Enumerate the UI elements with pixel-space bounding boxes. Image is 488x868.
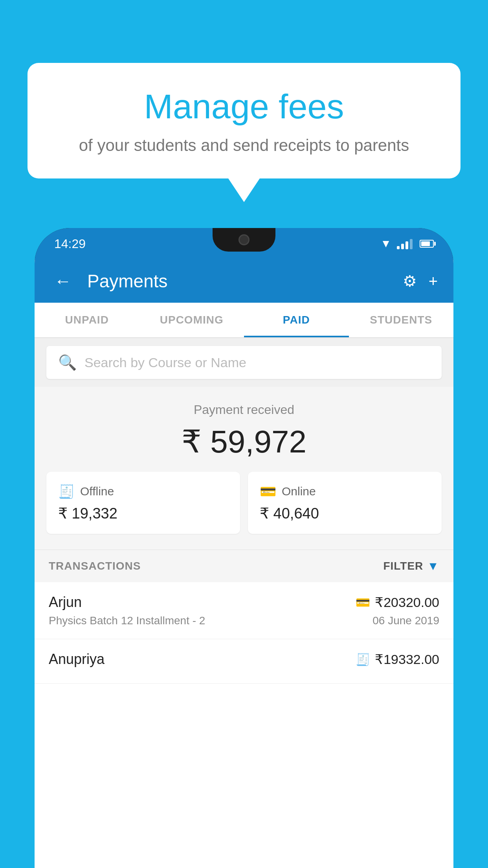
phone-frame: 14:29 ▼ ← Payments ⚙ + [35, 228, 453, 868]
online-payment-card: 💳 Online ₹ 40,640 [248, 472, 442, 534]
tabs-bar: UNPAID UPCOMING PAID STUDENTS [35, 303, 453, 338]
transaction-amount-area: 💳 ₹20320.00 [356, 594, 439, 610]
phone-screen: ← Payments ⚙ + UNPAID UPCOMING PAID STUD… [35, 259, 453, 868]
transaction-amount: ₹20320.00 [375, 594, 439, 610]
speech-bubble: Manage fees of your students and send re… [28, 63, 460, 178]
online-amount: ₹ 40,640 [260, 505, 430, 522]
transaction-top-row-2: Anupriya 🧾 ₹19332.00 [49, 651, 439, 668]
offline-payment-icon: 🧾 [356, 653, 370, 666]
settings-icon[interactable]: ⚙ [403, 272, 417, 290]
payment-total-amount: ₹ 59,972 [46, 423, 442, 460]
manage-fees-title: Manage fees [55, 86, 433, 127]
wifi-icon: ▼ [380, 237, 391, 250]
signal-bar-2 [401, 244, 404, 249]
tab-students[interactable]: STUDENTS [349, 303, 454, 337]
tab-paid[interactable]: PAID [244, 303, 349, 337]
online-card-header: 💳 Online [260, 484, 430, 499]
table-row[interactable]: Arjun 💳 ₹20320.00 Physics Batch 12 Insta… [35, 582, 453, 639]
transaction-name: Arjun [49, 594, 82, 611]
signal-bar-1 [397, 246, 400, 249]
filter-label: FILTER [383, 560, 423, 572]
battery-fill [421, 241, 430, 246]
payment-cards: 🧾 Offline ₹ 19,332 💳 Online ₹ 40,640 [46, 472, 442, 534]
add-icon[interactable]: + [429, 272, 438, 290]
online-label: Online [282, 485, 316, 498]
phone-notch [213, 228, 275, 252]
offline-card-header: 🧾 Offline [58, 484, 228, 499]
search-placeholder: Search by Course or Name [84, 355, 246, 370]
transaction-amount-2: ₹19332.00 [375, 651, 439, 667]
table-row[interactable]: Anupriya 🧾 ₹19332.00 [35, 639, 453, 684]
status-time: 14:29 [54, 237, 86, 251]
online-icon: 💳 [260, 484, 276, 499]
speech-bubble-arrow [228, 178, 260, 202]
tab-upcoming[interactable]: UPCOMING [139, 303, 244, 337]
speech-bubble-container: Manage fees of your students and send re… [28, 63, 460, 202]
transaction-amount-area-2: 🧾 ₹19332.00 [356, 651, 439, 667]
tab-unpaid[interactable]: UNPAID [35, 303, 139, 337]
toolbar-title: Payments [87, 270, 391, 292]
back-button[interactable]: ← [50, 267, 75, 295]
signal-bar-3 [405, 241, 408, 249]
online-payment-icon: 💳 [356, 596, 370, 609]
filter-button[interactable]: FILTER ▼ [383, 559, 439, 573]
offline-label: Offline [80, 485, 114, 498]
offline-payment-card: 🧾 Offline ₹ 19,332 [46, 472, 240, 534]
transaction-name-2: Anupriya [49, 651, 105, 668]
search-icon: 🔍 [58, 354, 77, 371]
offline-icon: 🧾 [58, 484, 75, 499]
transaction-top-row: Arjun 💳 ₹20320.00 [49, 594, 439, 611]
transactions-header: TRANSACTIONS FILTER ▼ [35, 550, 453, 582]
signal-bars-icon [397, 238, 413, 249]
offline-amount: ₹ 19,332 [58, 505, 228, 522]
search-container: 🔍 Search by Course or Name [35, 338, 453, 387]
status-icons: ▼ [380, 237, 434, 250]
search-bar[interactable]: 🔍 Search by Course or Name [46, 346, 442, 379]
filter-icon: ▼ [427, 559, 439, 573]
manage-fees-subtitle: of your students and send receipts to pa… [55, 136, 433, 155]
payment-summary: Payment received ₹ 59,972 🧾 Offline ₹ 19… [35, 387, 453, 550]
status-bar: 14:29 ▼ [35, 228, 453, 259]
payment-received-label: Payment received [46, 403, 442, 417]
battery-icon [420, 240, 434, 248]
toolbar-action-icons: ⚙ + [403, 272, 438, 290]
transaction-bottom-row: Physics Batch 12 Installment - 2 06 June… [49, 614, 439, 627]
transaction-course: Physics Batch 12 Installment - 2 [49, 614, 205, 627]
signal-bar-4 [410, 239, 413, 249]
transactions-label: TRANSACTIONS [49, 560, 141, 572]
transaction-date: 06 June 2019 [372, 614, 439, 627]
app-toolbar: ← Payments ⚙ + [35, 259, 453, 303]
phone-camera [238, 234, 250, 245]
